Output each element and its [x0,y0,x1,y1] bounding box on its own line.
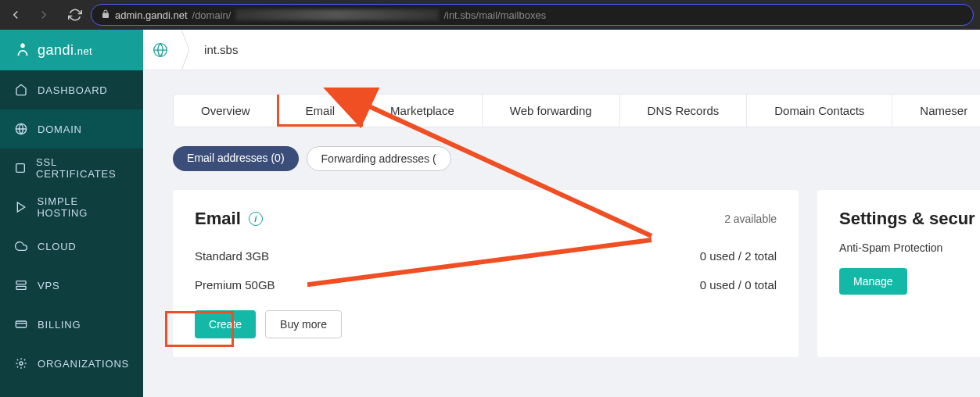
sidebar-item-dashboard[interactable]: DASHBOARD [0,70,143,109]
sidebar-item-label: ORGANIZATIONS [38,358,129,370]
tab-dnsrecords[interactable]: DNS Records [620,95,748,127]
sidebar-item-label: DOMAIN [38,123,82,135]
settings-card-title: Settings & secur [839,209,975,229]
svg-rect-3 [16,164,25,173]
email-row-premium: Premium 50GB 0 used / 0 total [195,270,777,299]
gandi-logo-icon [14,41,31,59]
sidebar-item-cloud[interactable]: CLOUD [0,227,143,266]
email-card-title: Email i [195,209,263,229]
sidebar-item-label: SIMPLE HOSTING [37,195,129,219]
lock-icon [101,9,110,21]
svg-point-7 [20,362,23,365]
back-button[interactable] [6,5,25,24]
info-icon[interactable]: i [249,212,263,226]
reload-button[interactable] [66,5,84,24]
play-icon [14,200,27,214]
breadcrumb-globe-icon[interactable] [143,30,178,70]
cert-icon [14,161,27,175]
svg-point-1 [22,43,24,45]
sidebar-item-label: DASHBOARD [38,84,108,96]
sidebar-item-label: BILLING [38,319,81,331]
pill-email-addresses[interactable]: Email addresses (0) [173,146,299,171]
tab-overview[interactable]: Overview [174,95,278,127]
sidebar-item-vps[interactable]: VPS [0,266,143,305]
settings-card: Settings & secur Anti-Spam Protection Ma… [817,190,980,357]
email-card: Email i 2 available Standard 3GB 0 used … [173,190,799,357]
sidebar-item-label: VPS [38,280,59,291]
cloud-icon [14,239,28,253]
url-obscured [235,9,439,20]
buy-more-button[interactable]: Buy more [265,310,342,338]
subtab-pills: Email addresses (0) Forwarding addresses… [173,146,980,171]
svg-rect-4 [16,281,26,284]
breadcrumb[interactable]: int.sbs [204,43,238,56]
sidebar-item-label: SSL CERTIFICATES [36,156,129,180]
pill-forwarding-addresses[interactable]: Forwarding addresses ( [307,146,451,171]
manage-button[interactable]: Manage [839,268,907,295]
svg-rect-5 [16,286,26,289]
url-host: admin.gandi.net [115,9,188,21]
tab-domaincontacts[interactable]: Domain Contacts [747,95,892,127]
sidebar-item-ssl[interactable]: SSL CERTIFICATES [0,148,143,188]
home-icon [14,83,28,97]
chevron-right-icon [178,30,193,70]
topbar: int.sbs [143,30,980,70]
tab-webforwarding[interactable]: Web forwarding [483,95,620,127]
browser-toolbar: admin.gandi.net/domain/ /int.sbs/mail/ma… [0,0,980,30]
logo-text: gandi.net [38,42,92,59]
nav-arrows [6,5,84,24]
domain-tabs: Overview Email Marketplace Web forwardin… [173,94,980,127]
logo[interactable]: gandi.net [0,30,143,70]
sidebar-item-hosting[interactable]: SIMPLE HOSTING [0,188,143,227]
org-icon [14,356,28,370]
card-icon [14,317,28,331]
globe-icon [14,122,28,136]
sidebar-item-domain[interactable]: DOMAIN [0,109,143,148]
url-path-tail: /int.sbs/mail/mailboxes [443,9,546,21]
url-path: /domain/ [192,9,232,21]
sidebar-item-billing[interactable]: BILLING [0,305,143,344]
sidebar: gandi.net DASHBOARD DOMAIN SSL CERTIFICA… [0,30,143,397]
url-bar[interactable]: admin.gandi.net/domain/ /int.sbs/mail/ma… [91,4,974,26]
sidebar-item-label: CLOUD [38,241,77,252]
antispam-row: Anti-Spam Protection [839,241,975,254]
stack-icon [14,278,28,292]
svg-rect-6 [16,321,26,327]
create-button[interactable]: Create [195,310,256,338]
forward-button[interactable] [34,5,53,24]
tab-marketplace[interactable]: Marketplace [363,95,483,127]
tab-nameservers[interactable]: Nameser [892,95,980,127]
available-count: 2 available [724,213,777,225]
tab-email[interactable]: Email [278,95,364,127]
sidebar-item-orgs[interactable]: ORGANIZATIONS [0,344,143,383]
main-content: int.sbs Overview Email Marketplace Web f… [143,30,980,397]
email-row-standard: Standard 3GB 0 used / 2 total [195,241,777,270]
